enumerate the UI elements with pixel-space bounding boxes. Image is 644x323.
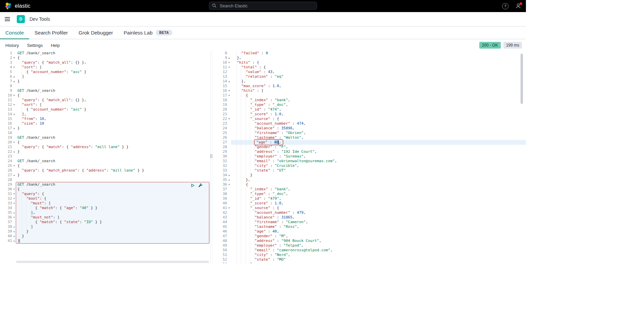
- fold-toggle-icon[interactable]: ▴: [12, 229, 16, 234]
- fold-toggle-icon[interactable]: ▾: [12, 65, 16, 70]
- fold-toggle-icon[interactable]: ▴: [12, 79, 16, 84]
- fold-toggle-icon[interactable]: ▴: [12, 224, 16, 229]
- vertical-scrollbar-thumb[interactable]: [521, 54, 523, 104]
- fold-toggle-icon[interactable]: ▴: [227, 173, 231, 178]
- code-line: 41▾"_source" : {: [212, 206, 526, 210]
- fold-toggle-icon[interactable]: ▴: [12, 234, 16, 239]
- code-token: :: [266, 229, 272, 234]
- toolbar-settings[interactable]: Settings: [27, 43, 43, 48]
- line-number: 7: [10, 79, 12, 84]
- gutter-cell: 23: [0, 154, 16, 159]
- code-token: "_source": [250, 117, 270, 121]
- gutter-cell: 35▴: [212, 178, 231, 182]
- elastic-logo[interactable]: elastic: [5, 2, 31, 10]
- request-editor[interactable]: 1GET /bank/_search2▾{3"query": { "match_…: [0, 51, 210, 263]
- menu-icon[interactable]: [4, 15, 11, 23]
- fold-toggle-icon[interactable]: ▴: [12, 149, 16, 154]
- code-token: }: [82, 70, 86, 74]
- fold-toggle-icon[interactable]: ▾: [12, 56, 16, 60]
- code-token: ,: [44, 117, 46, 121]
- console-split-view: 1GET /bank/_search2▾{3"query": { "match_…: [0, 51, 526, 263]
- code-text: "value" : 43,: [231, 70, 526, 74]
- fold-toggle-icon[interactable]: ▴: [12, 210, 16, 215]
- fold-toggle-icon[interactable]: ▾: [227, 60, 231, 65]
- line-number: 16: [8, 121, 12, 126]
- code-token: "city": [255, 253, 268, 257]
- fold-toggle-icon[interactable]: ▴: [227, 56, 231, 60]
- fold-toggle-icon[interactable]: ▾: [12, 215, 16, 220]
- response-viewer[interactable]: 8"failed" : 09▴},10▾"hits" : {11▾"total"…: [212, 51, 526, 263]
- fold-toggle-icon[interactable]: ▴: [12, 173, 16, 178]
- code-token: "192 Ide Court": [281, 149, 315, 154]
- help-icon[interactable]: ?: [502, 3, 508, 9]
- fold-toggle-icon[interactable]: ▾: [227, 206, 231, 210]
- fold-toggle-icon[interactable]: ▾: [12, 187, 16, 192]
- tab-label: Console: [5, 30, 24, 36]
- line-number: 31: [8, 192, 12, 196]
- code-text: GET /bank/_search: [16, 182, 210, 187]
- indent-guides: [232, 117, 250, 121]
- fold-toggle-icon[interactable]: ▴: [12, 74, 16, 79]
- fold-toggle-icon[interactable]: ▾: [12, 192, 16, 196]
- code-text: "lastname" : "Walton",: [231, 135, 526, 140]
- fold-toggle-icon[interactable]: ▴: [227, 262, 231, 263]
- indent-guides: [17, 220, 35, 224]
- indent-guides: [17, 201, 31, 206]
- fold-toggle-icon[interactable]: ▾: [12, 93, 16, 98]
- fold-toggle-icon[interactable]: ▾: [12, 201, 16, 206]
- line-number: 10: [8, 93, 12, 98]
- fold-toggle-icon[interactable]: ▾: [12, 164, 16, 168]
- indent-guides: [17, 210, 31, 215]
- horizontal-scrollbar[interactable]: [16, 261, 209, 263]
- line-number: 12: [223, 70, 227, 74]
- code-token: ,: [286, 234, 288, 238]
- code-token: ,: [306, 220, 308, 224]
- fold-toggle-icon[interactable]: ▴: [12, 112, 16, 117]
- tab-search-profiler[interactable]: Search Profiler: [29, 26, 73, 39]
- space-avatar[interactable]: D: [17, 15, 25, 23]
- fold-toggle-icon[interactable]: ▾: [227, 65, 231, 70]
- code-token: "sort": [22, 65, 35, 69]
- code-token: :: [268, 74, 275, 79]
- indent-guides: [232, 168, 255, 173]
- fold-toggle-icon[interactable]: ▴: [12, 126, 16, 131]
- fold-toggle-icon[interactable]: ▾: [227, 117, 231, 121]
- fold-toggle-icon[interactable]: ▾: [12, 103, 16, 107]
- gutter-cell: 48: [212, 239, 231, 243]
- search-input[interactable]: [219, 3, 314, 9]
- fold-toggle-icon[interactable]: ▾: [12, 140, 16, 145]
- code-token: 1.0: [275, 112, 281, 116]
- code-token: "bank": [275, 98, 288, 102]
- send-request-button[interactable]: [191, 183, 195, 188]
- code-line: 32"city" : "Crucible",: [212, 164, 526, 168]
- line-number: 46: [223, 229, 227, 234]
- code-line: 10▾"hits" : {: [212, 60, 526, 65]
- code-token: "gender": [255, 234, 272, 238]
- code-token: 479: [297, 210, 304, 215]
- fold-toggle-icon[interactable]: ▾: [227, 88, 231, 93]
- request-options-wrench-icon[interactable]: [198, 183, 203, 188]
- line-number: 31: [223, 159, 227, 164]
- code-text: "_index" : "bank",: [231, 187, 526, 192]
- tab-console[interactable]: Console: [0, 26, 29, 39]
- fold-toggle-icon[interactable]: ▴: [227, 178, 231, 182]
- gutter-cell: 31▾: [0, 192, 16, 196]
- global-search[interactable]: [209, 2, 317, 10]
- tab-painless-lab[interactable]: Painless LabBETA: [118, 26, 178, 39]
- code-token: "match": [46, 145, 62, 149]
- toolbar-history[interactable]: History: [5, 43, 19, 48]
- gutter-cell: 23: [212, 121, 231, 126]
- code-token: /bank/_search: [24, 88, 55, 93]
- fold-toggle-icon[interactable]: ▴: [227, 79, 231, 84]
- tab-label: Search Profiler: [35, 30, 68, 36]
- fold-toggle-icon[interactable]: ▴: [12, 239, 16, 243]
- tab-grok-debugger[interactable]: Grok Debugger: [73, 26, 118, 39]
- gutter-cell: 11: [0, 98, 16, 103]
- fold-toggle-icon[interactable]: ▾: [227, 93, 231, 98]
- code-token: "query": [22, 145, 37, 149]
- toolbar-help[interactable]: Help: [51, 43, 60, 48]
- fold-toggle-icon[interactable]: ▾: [12, 196, 16, 201]
- line-number: 12: [8, 103, 12, 107]
- fold-toggle-icon[interactable]: ▾: [227, 182, 231, 187]
- user-menu-icon[interactable]: [515, 3, 521, 9]
